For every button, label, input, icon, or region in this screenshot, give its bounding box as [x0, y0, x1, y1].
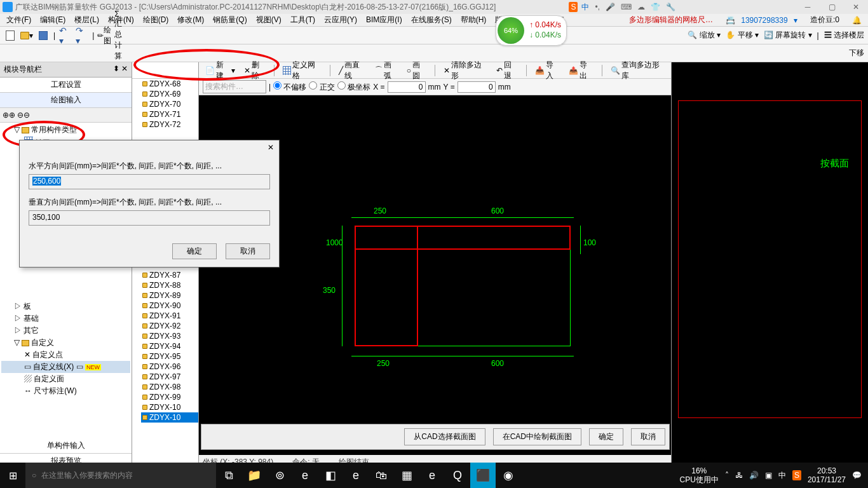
radio-polar[interactable]: 极坐标: [337, 81, 370, 93]
list-item[interactable]: ZDYX-10: [141, 402, 198, 412]
cancel-button[interactable]: 取消: [631, 428, 665, 445]
dialog-cancel-button[interactable]: 取消: [226, 243, 270, 259]
list-item[interactable]: ZDYX-69: [141, 89, 198, 99]
search-component-input[interactable]: 搜索构件…: [203, 80, 266, 93]
sum-button[interactable]: Σ 汇总计算: [114, 29, 127, 42]
expand-icon[interactable]: ⊕⊕: [3, 111, 15, 119]
list-item[interactable]: ZDYX-98: [141, 382, 198, 392]
maximize-button[interactable]: ▢: [822, 3, 841, 11]
list-item[interactable]: ZDYX-95: [141, 351, 198, 362]
ok-button[interactable]: 确定: [589, 428, 623, 445]
select-floor-button[interactable]: ☰ 选择楼层: [824, 30, 864, 41]
tree-ccbz[interactable]: ↔ 尺寸标注(W): [1, 385, 130, 397]
ime-shirt-icon[interactable]: 👕: [649, 2, 662, 12]
menu-cloud[interactable]: 云应用(Y): [320, 13, 361, 27]
app-icon-6[interactable]: ◉: [496, 463, 521, 488]
draw-input-tab[interactable]: 绘图输入: [0, 93, 132, 108]
ime-cloud-icon[interactable]: ☁: [635, 2, 647, 12]
y-input[interactable]: [458, 81, 496, 93]
list-item[interactable]: ZDYX-88: [141, 280, 198, 290]
ime-zhong[interactable]: 中: [580, 1, 591, 13]
ime-wrench-icon[interactable]: 🔧: [664, 2, 677, 12]
taskview-icon[interactable]: ⧉: [216, 463, 241, 488]
tree-jichu[interactable]: ▷ 基础: [1, 313, 130, 325]
list-item[interactable]: ZDYX-96: [141, 362, 198, 372]
list-item[interactable]: ZDYX-94: [141, 341, 198, 351]
collapse-icon[interactable]: ⊖⊖: [17, 111, 30, 119]
tray-icon[interactable]: ▣: [765, 471, 772, 480]
save-button[interactable]: [37, 29, 50, 42]
app-icon-1[interactable]: 📁: [241, 463, 267, 488]
list-item[interactable]: ZDYX-99: [141, 392, 198, 402]
tree-qita[interactable]: ▷ 其它: [1, 325, 130, 337]
open-file-button[interactable]: ▾: [20, 29, 33, 42]
ie-icon[interactable]: e: [419, 463, 445, 488]
polygon-editor-label[interactable]: 多边形编辑器的网格尺…: [625, 13, 717, 27]
menu-modify[interactable]: 修改(M): [173, 13, 208, 27]
edge-icon[interactable]: e: [292, 463, 318, 488]
tree-zdym[interactable]: ▨ 自定义面: [1, 373, 130, 385]
zoom-button[interactable]: 🔍 缩放 ▾: [688, 30, 721, 41]
project-settings-tab[interactable]: 工程设置: [0, 78, 132, 93]
menu-file[interactable]: 文件(F): [3, 13, 35, 27]
list-item[interactable]: ZDYX-87: [141, 270, 198, 280]
clock[interactable]: 20:532017/11/27: [808, 466, 846, 485]
tray-sogou-icon[interactable]: S: [792, 470, 801, 480]
ggj-icon[interactable]: ⬛: [470, 463, 496, 488]
pan-button[interactable]: ✋ 平移 ▾: [726, 30, 759, 41]
horizontal-input[interactable]: 250,600: [29, 174, 270, 189]
menu-help[interactable]: 帮助(H): [457, 13, 491, 27]
tray-net-icon[interactable]: 🖧: [735, 471, 743, 480]
move-down-button[interactable]: 下移: [849, 48, 864, 58]
list-item[interactable]: ZDYX-97: [141, 372, 198, 382]
menu-online[interactable]: 在线服务(S): [407, 13, 456, 27]
bell-icon[interactable]: 🔔: [848, 15, 865, 26]
list-item[interactable]: ZDYX-89: [141, 290, 198, 301]
x-input[interactable]: [388, 81, 426, 93]
nav-controls[interactable]: ⬍ ✕: [113, 64, 128, 75]
tray-vol-icon[interactable]: 🔊: [749, 471, 759, 480]
tree-zdyd[interactable]: ✕ 自定义点: [1, 349, 130, 361]
menu-bim[interactable]: BIM应用(I): [362, 13, 406, 27]
tree-ban[interactable]: ▷ 板: [1, 301, 130, 313]
list-item[interactable]: ZDYX-90: [141, 301, 198, 311]
rotate-button[interactable]: 🔄 屏幕旋转 ▾: [764, 30, 812, 41]
ime-bar[interactable]: S 中 •, 🎤 ⌨ ☁ 👕 🔧: [569, 0, 677, 14]
app-icon-2[interactable]: ⊚: [267, 463, 292, 488]
cad-select-button[interactable]: 从CAD选择截面图: [404, 428, 485, 445]
user-phone[interactable]: 📇 13907298339 ▾: [722, 15, 801, 26]
cad-draw-button[interactable]: 在CAD中绘制截面图: [493, 428, 581, 445]
ime-mic-icon[interactable]: 🎤: [604, 2, 617, 12]
menu-rebar[interactable]: 钢筋量(Q): [209, 13, 250, 27]
list-item[interactable]: ZDYX-93: [141, 331, 198, 341]
list-item[interactable]: ZDYX-72: [141, 119, 198, 130]
single-component-tab[interactable]: 单构件输入: [0, 438, 132, 454]
app-icon-4[interactable]: ▦: [394, 463, 419, 488]
list-item[interactable]: ZDYX-92: [141, 321, 198, 331]
network-speed-widget[interactable]: 64% ↑ 0.04K/s ↓ 0.04K/s: [496, 15, 567, 46]
ime-keyboard-icon[interactable]: ⌨: [619, 2, 634, 12]
cpu-meter[interactable]: 16%CPU使用中: [680, 466, 719, 485]
redo-button[interactable]: ↷ ▾: [76, 29, 88, 42]
store-icon[interactable]: 🛍: [369, 463, 394, 488]
edge2-icon[interactable]: e: [343, 463, 369, 488]
radio-ortho[interactable]: 正交: [309, 81, 334, 93]
taskbar-search[interactable]: ○ 在这里输入你要搜索的内容: [25, 463, 216, 488]
tree-zidingyi[interactable]: ▽ 自定义: [1, 337, 130, 349]
tray-up-icon[interactable]: ˄: [725, 471, 729, 480]
minimize-button[interactable]: ─: [798, 3, 817, 11]
menu-draw[interactable]: 绘图(D): [139, 13, 173, 27]
menu-view[interactable]: 视图(V): [252, 13, 285, 27]
list-item[interactable]: ZDYX-71: [141, 109, 198, 119]
radio-offsetnone[interactable]: 不偏移: [273, 81, 306, 93]
list-item[interactable]: ZDYX-70: [141, 99, 198, 109]
start-button[interactable]: ⊞: [0, 463, 25, 488]
tree-zdyx[interactable]: ▭ 自定义线(X) ▭ NEW: [1, 361, 130, 373]
list-item-selected[interactable]: ZDYX-10: [141, 412, 198, 423]
notification-icon[interactable]: 💬: [852, 471, 862, 480]
dialog-ok-button[interactable]: 确定: [172, 243, 217, 259]
new-file-button[interactable]: [4, 29, 17, 42]
tree-common[interactable]: ▽ 常用构件类型: [1, 124, 130, 136]
app-icon-5[interactable]: Q: [445, 463, 470, 488]
list-item[interactable]: ZDYX-68: [141, 79, 198, 89]
